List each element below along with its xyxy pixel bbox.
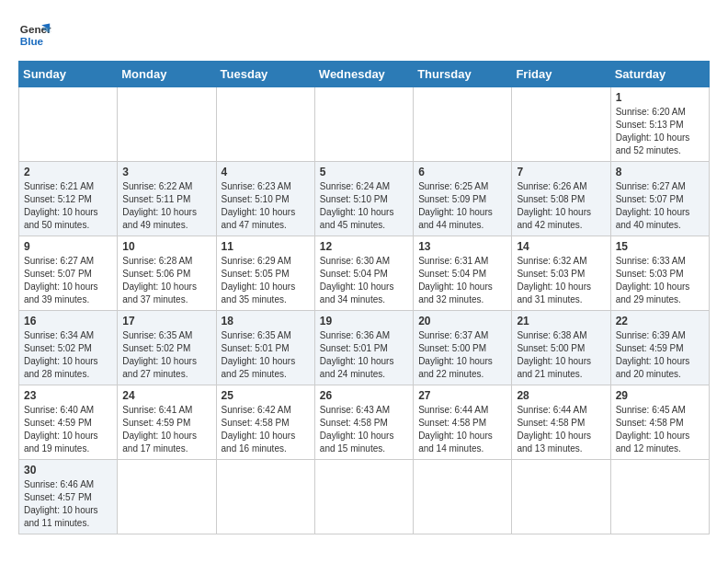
calendar-cell: 14Sunrise: 6:32 AM Sunset: 5:03 PM Dayli… [512,236,610,311]
day-of-week-header: Tuesday [216,62,314,87]
day-number: 14 [517,240,605,253]
calendar-cell: 28Sunrise: 6:44 AM Sunset: 4:58 PM Dayli… [512,385,610,460]
calendar-week-row: 16Sunrise: 6:34 AM Sunset: 5:02 PM Dayli… [19,311,710,385]
calendar-cell: 20Sunrise: 6:37 AM Sunset: 5:00 PM Dayli… [414,311,512,385]
day-number: 4 [222,166,310,178]
day-of-week-header: Friday [512,62,610,87]
day-info: Sunrise: 6:30 AM Sunset: 5:04 PM Dayligh… [320,255,408,306]
calendar-header-row: SundayMondayTuesdayWednesdayThursdayFrid… [19,62,710,87]
calendar-cell [414,87,512,162]
day-of-week-header: Saturday [610,62,709,87]
calendar-week-row: 30Sunrise: 6:46 AM Sunset: 4:57 PM Dayli… [19,460,710,534]
day-info: Sunrise: 6:27 AM Sunset: 5:07 PM Dayligh… [24,255,112,306]
day-number: 26 [320,389,408,402]
day-number: 21 [517,315,605,327]
day-info: Sunrise: 6:21 AM Sunset: 5:12 PM Dayligh… [24,180,112,232]
day-of-week-header: Monday [118,62,216,87]
day-number: 5 [320,166,408,178]
day-info: Sunrise: 6:37 AM Sunset: 5:00 PM Dayligh… [418,329,506,381]
calendar-cell: 3Sunrise: 6:22 AM Sunset: 5:11 PM Daylig… [118,162,216,236]
day-number: 19 [320,315,408,327]
calendar-cell [118,87,216,162]
page-container: General Blue SundayMondayTuesdayWednesda… [18,18,710,534]
calendar-cell: 2Sunrise: 6:21 AM Sunset: 5:12 PM Daylig… [19,162,118,236]
calendar-cell: 19Sunrise: 6:36 AM Sunset: 5:01 PM Dayli… [314,311,413,385]
calendar-cell: 23Sunrise: 6:40 AM Sunset: 4:59 PM Dayli… [19,385,118,460]
day-number: 17 [122,315,210,327]
day-number: 27 [418,389,506,402]
day-number: 1 [616,91,704,104]
calendar-cell [512,87,610,162]
calendar-cell: 4Sunrise: 6:23 AM Sunset: 5:10 PM Daylig… [216,162,314,236]
calendar-cell: 26Sunrise: 6:43 AM Sunset: 4:58 PM Dayli… [314,385,413,460]
day-number: 29 [616,389,704,402]
calendar-cell: 17Sunrise: 6:35 AM Sunset: 5:02 PM Dayli… [118,311,216,385]
calendar-cell: 13Sunrise: 6:31 AM Sunset: 5:04 PM Dayli… [414,236,512,311]
day-of-week-header: Sunday [19,62,118,87]
calendar-cell [314,460,413,534]
calendar-cell [19,87,118,162]
calendar-week-row: 9Sunrise: 6:27 AM Sunset: 5:07 PM Daylig… [19,236,710,311]
calendar-cell [216,460,314,534]
day-info: Sunrise: 6:35 AM Sunset: 5:02 PM Dayligh… [122,329,210,381]
day-info: Sunrise: 6:44 AM Sunset: 4:58 PM Dayligh… [517,404,605,455]
calendar-cell: 22Sunrise: 6:39 AM Sunset: 4:59 PM Dayli… [610,311,709,385]
calendar-cell [610,460,709,534]
day-info: Sunrise: 6:39 AM Sunset: 4:59 PM Dayligh… [616,329,704,381]
calendar: SundayMondayTuesdayWednesdayThursdayFrid… [18,61,710,534]
day-info: Sunrise: 6:23 AM Sunset: 5:10 PM Dayligh… [222,180,310,232]
calendar-cell [512,460,610,534]
day-info: Sunrise: 6:24 AM Sunset: 5:10 PM Dayligh… [320,180,408,232]
day-number: 10 [122,240,210,253]
day-number: 6 [418,166,506,178]
day-info: Sunrise: 6:35 AM Sunset: 5:01 PM Dayligh… [222,329,310,381]
calendar-cell [216,87,314,162]
day-info: Sunrise: 6:26 AM Sunset: 5:08 PM Dayligh… [517,180,605,232]
calendar-cell [118,460,216,534]
day-number: 22 [616,315,704,327]
day-number: 25 [222,389,310,402]
day-info: Sunrise: 6:36 AM Sunset: 5:01 PM Dayligh… [320,329,408,381]
calendar-cell [414,460,512,534]
calendar-cell [314,87,413,162]
svg-text:Blue: Blue [20,35,44,47]
day-number: 16 [24,315,112,327]
day-number: 12 [320,240,408,253]
day-number: 24 [122,389,210,402]
day-info: Sunrise: 6:32 AM Sunset: 5:03 PM Dayligh… [517,255,605,306]
day-info: Sunrise: 6:45 AM Sunset: 4:58 PM Dayligh… [616,404,704,455]
day-number: 8 [616,166,704,178]
day-info: Sunrise: 6:22 AM Sunset: 5:11 PM Dayligh… [122,180,210,232]
day-info: Sunrise: 6:31 AM Sunset: 5:04 PM Dayligh… [418,255,506,306]
calendar-cell: 5Sunrise: 6:24 AM Sunset: 5:10 PM Daylig… [314,162,413,236]
calendar-week-row: 2Sunrise: 6:21 AM Sunset: 5:12 PM Daylig… [19,162,710,236]
calendar-cell: 29Sunrise: 6:45 AM Sunset: 4:58 PM Dayli… [610,385,709,460]
day-info: Sunrise: 6:25 AM Sunset: 5:09 PM Dayligh… [418,180,506,232]
calendar-cell: 8Sunrise: 6:27 AM Sunset: 5:07 PM Daylig… [610,162,709,236]
calendar-cell: 1Sunrise: 6:20 AM Sunset: 5:13 PM Daylig… [610,87,709,162]
calendar-cell: 24Sunrise: 6:41 AM Sunset: 4:59 PM Dayli… [118,385,216,460]
day-info: Sunrise: 6:46 AM Sunset: 4:57 PM Dayligh… [24,478,112,530]
day-number: 13 [418,240,506,253]
calendar-cell: 25Sunrise: 6:42 AM Sunset: 4:58 PM Dayli… [216,385,314,460]
calendar-cell: 15Sunrise: 6:33 AM Sunset: 5:03 PM Dayli… [610,236,709,311]
calendar-cell: 27Sunrise: 6:44 AM Sunset: 4:58 PM Dayli… [414,385,512,460]
day-info: Sunrise: 6:29 AM Sunset: 5:05 PM Dayligh… [222,255,310,306]
logo: General Blue [18,18,57,52]
day-info: Sunrise: 6:34 AM Sunset: 5:02 PM Dayligh… [24,329,112,381]
day-info: Sunrise: 6:20 AM Sunset: 5:13 PM Dayligh… [616,106,704,157]
calendar-cell: 16Sunrise: 6:34 AM Sunset: 5:02 PM Dayli… [19,311,118,385]
day-number: 11 [222,240,310,253]
calendar-cell: 18Sunrise: 6:35 AM Sunset: 5:01 PM Dayli… [216,311,314,385]
day-info: Sunrise: 6:43 AM Sunset: 4:58 PM Dayligh… [320,404,408,455]
day-number: 23 [24,389,112,402]
day-number: 20 [418,315,506,327]
day-info: Sunrise: 6:42 AM Sunset: 4:58 PM Dayligh… [222,404,310,455]
day-info: Sunrise: 6:41 AM Sunset: 4:59 PM Dayligh… [122,404,210,455]
day-number: 7 [517,166,605,178]
calendar-cell: 7Sunrise: 6:26 AM Sunset: 5:08 PM Daylig… [512,162,610,236]
day-number: 18 [222,315,310,327]
calendar-week-row: 23Sunrise: 6:40 AM Sunset: 4:59 PM Dayli… [19,385,710,460]
logo-icon: General Blue [18,18,51,52]
calendar-cell: 21Sunrise: 6:38 AM Sunset: 5:00 PM Dayli… [512,311,610,385]
